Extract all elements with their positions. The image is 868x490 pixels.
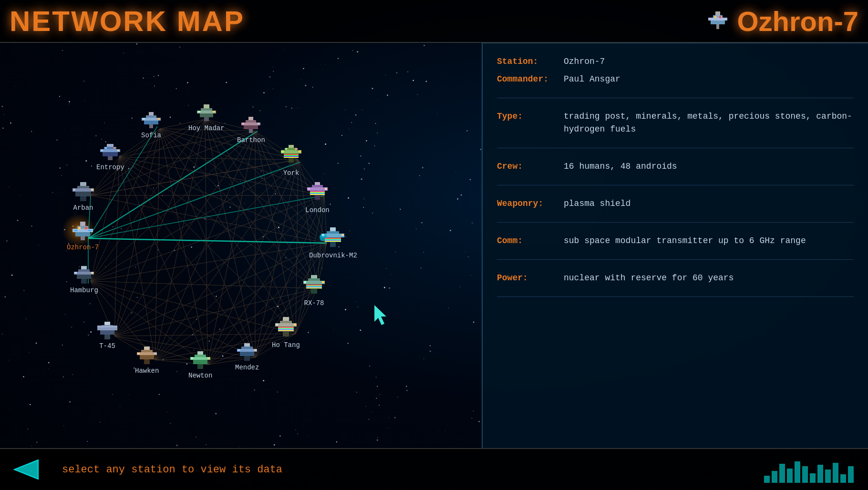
svg-rect-145 xyxy=(213,111,215,112)
crew-value: 16 humans, 48 androids xyxy=(564,160,854,173)
svg-rect-229 xyxy=(144,359,150,364)
svg-rect-150 xyxy=(249,129,253,133)
svg-rect-232 xyxy=(104,322,110,325)
svg-rect-152 xyxy=(258,123,259,124)
svg-rect-118 xyxy=(81,236,85,240)
station-mendez[interactable]: Mendez xyxy=(235,342,259,371)
station-label-hotang: Ho Tang xyxy=(272,341,300,349)
svg-rect-157 xyxy=(289,158,294,163)
svg-rect-214 xyxy=(240,352,254,356)
svg-rect-5 xyxy=(714,16,716,18)
weaponry-row: Weaponry: plasma shield xyxy=(497,197,854,210)
station-details-section: Station: Ozhron-7 Commander: Paul Ansgar xyxy=(497,55,854,98)
station-label-entropy: Entropy xyxy=(96,163,124,171)
svg-rect-162 xyxy=(284,154,299,155)
svg-rect-149 xyxy=(244,125,258,129)
chart-bar-0 xyxy=(764,476,770,483)
svg-rect-181 xyxy=(330,242,336,247)
power-section: Power: nuclear with reserve for 60 years xyxy=(497,272,854,297)
chart-bar-2 xyxy=(779,464,785,483)
svg-rect-155 xyxy=(281,150,301,153)
svg-rect-209 xyxy=(278,329,294,330)
svg-rect-127 xyxy=(149,124,153,128)
station-label-arban: Arban xyxy=(73,204,93,212)
station-york[interactable]: York xyxy=(278,144,304,177)
station-barthon[interactable]: Barthon xyxy=(237,116,265,144)
power-value: nuclear with reserve for 60 years xyxy=(564,272,854,285)
svg-rect-245 xyxy=(80,182,86,186)
station-label-ozhron7: Ozhron-7 xyxy=(67,244,99,251)
station-ozhron7[interactable]: Ozhron-7 xyxy=(67,221,99,251)
svg-rect-134 xyxy=(108,156,113,160)
station-arban[interactable]: Arban xyxy=(70,181,96,212)
station-label-key: Station: xyxy=(497,55,564,68)
station-hotang[interactable]: Ho Tang xyxy=(272,316,300,349)
type-value: trading post, minerals, metals, precious… xyxy=(564,110,854,136)
chart-bar-5 xyxy=(802,466,808,483)
station-t45[interactable]: T-45 xyxy=(95,321,119,350)
station-label-hamburg: Hamburg xyxy=(70,286,98,294)
svg-rect-123 xyxy=(149,112,154,115)
header-right: Ozhron-7 xyxy=(706,5,858,37)
station-sofia[interactable]: Sofia xyxy=(139,111,163,139)
commander-row: Commander: Paul Ansgar xyxy=(497,73,854,86)
svg-rect-171 xyxy=(308,188,310,190)
svg-rect-251 xyxy=(91,189,93,191)
svg-rect-242 xyxy=(81,279,87,284)
commander-label-key: Commander: xyxy=(497,73,564,86)
svg-rect-208 xyxy=(278,328,294,329)
station-hawken[interactable]: Hawken xyxy=(135,346,159,375)
station-label-barthon: Barthon xyxy=(237,136,265,144)
svg-rect-235 xyxy=(100,330,114,335)
svg-rect-217 xyxy=(254,349,257,351)
svg-rect-227 xyxy=(137,352,157,355)
station-hoymadar[interactable]: Hoy Madar xyxy=(188,104,225,132)
svg-rect-136 xyxy=(117,150,119,151)
svg-rect-220 xyxy=(190,357,210,360)
station-london[interactable]: London xyxy=(304,181,331,214)
svg-rect-206 xyxy=(294,324,296,326)
svg-rect-222 xyxy=(197,364,203,369)
station-row: Station: Ozhron-7 xyxy=(497,55,854,68)
station-entropy[interactable]: Entropy xyxy=(96,143,124,171)
svg-rect-130 xyxy=(107,144,114,147)
station-icon-hotang xyxy=(273,316,299,340)
svg-rect-3 xyxy=(711,20,725,24)
svg-rect-213 xyxy=(237,349,257,352)
station-label-newton: Newton xyxy=(188,372,212,379)
svg-rect-153 xyxy=(289,145,294,148)
station-hamburg[interactable]: Hamburg xyxy=(70,265,98,294)
svg-rect-119 xyxy=(78,227,81,229)
svg-rect-137 xyxy=(105,147,107,149)
svg-rect-161 xyxy=(295,148,298,150)
station-dubrovnikm2[interactable]: Dubrovnik-M2 xyxy=(309,226,357,259)
svg-rect-236 xyxy=(104,335,110,339)
svg-rect-6 xyxy=(719,16,721,18)
weaponry-value: plasma shield xyxy=(564,197,854,210)
svg-rect-172 xyxy=(325,188,327,190)
svg-rect-224 xyxy=(207,357,210,359)
svg-rect-183 xyxy=(322,234,324,236)
svg-rect-225 xyxy=(144,347,150,350)
page-title: NETWORK MAP xyxy=(10,5,245,38)
svg-rect-117 xyxy=(75,232,90,236)
stats-chart xyxy=(764,459,854,483)
station-newton[interactable]: Newton xyxy=(188,350,212,379)
svg-rect-144 xyxy=(198,111,200,112)
station-icon-t45 xyxy=(95,321,119,341)
back-button[interactable] xyxy=(10,455,43,484)
svg-rect-191 xyxy=(303,281,325,284)
bottom-bar: select any station to view its data xyxy=(0,448,868,490)
station-icon-hoymadar xyxy=(195,104,218,123)
comm-value: sub space modular transmitter up to 6 GH… xyxy=(564,235,854,247)
svg-rect-166 xyxy=(315,182,320,185)
svg-rect-185 xyxy=(325,238,341,239)
station-icon-header xyxy=(706,9,730,33)
chart-bar-3 xyxy=(787,469,793,483)
station-rx78[interactable]: RX-78 xyxy=(301,274,327,307)
chart-bar-1 xyxy=(772,471,777,483)
network-map-area: Ozhron-7 Sofia Entropy xyxy=(0,43,482,448)
svg-rect-142 xyxy=(200,113,213,117)
svg-rect-159 xyxy=(299,151,301,153)
svg-rect-173 xyxy=(310,191,325,192)
